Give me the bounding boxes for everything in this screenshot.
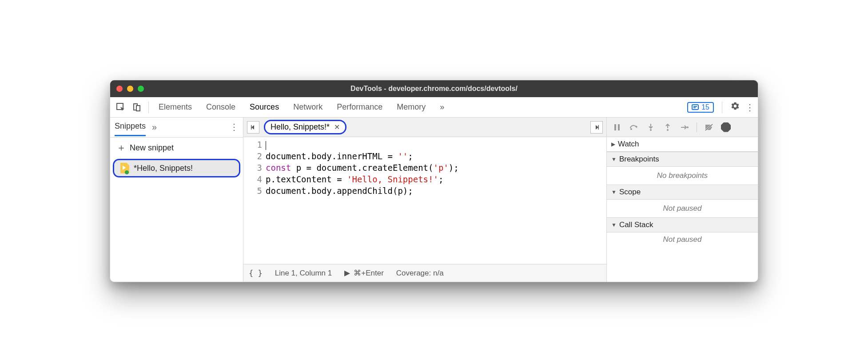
svg-rect-6 bbox=[614, 124, 616, 130]
editor-file-tab[interactable]: Hello, Snippets!* ✕ bbox=[264, 120, 346, 134]
scope-empty: Not paused bbox=[607, 200, 758, 217]
scope-section: ▼ Scope Not paused bbox=[607, 185, 758, 218]
watch-section: ▶ Watch bbox=[607, 137, 758, 152]
run-snippet-button[interactable]: ▶ ⌘+Enter bbox=[344, 268, 384, 278]
debugger-pane: ▶ Watch ▼ Breakpoints No breakpoints ▼ S… bbox=[607, 118, 758, 282]
svg-point-8 bbox=[630, 128, 632, 130]
coverage-status: Coverage: n/a bbox=[396, 269, 444, 278]
code-content: document.body.innerHTML = ''; const p = … bbox=[266, 139, 459, 264]
step-out-icon[interactable] bbox=[663, 123, 673, 131]
issues-count: 15 bbox=[701, 103, 709, 111]
expanded-triangle-icon: ▼ bbox=[611, 222, 617, 228]
editor-statusbar: { } Line 1, Column 1 ▶ ⌘+Enter Coverage:… bbox=[243, 264, 606, 282]
editor-tabbar: Hello, Snippets!* ✕ bbox=[243, 118, 606, 137]
panel-body: Snippets » ⋮ ＋ New snippet *Hello, Snipp… bbox=[110, 118, 758, 282]
scope-header[interactable]: ▼ Scope bbox=[607, 185, 758, 200]
svg-rect-7 bbox=[618, 124, 620, 130]
cursor-position: Line 1, Column 1 bbox=[275, 269, 332, 278]
devtools-window: DevTools - developer.chrome.com/docs/dev… bbox=[110, 80, 758, 282]
svg-rect-2 bbox=[136, 106, 140, 111]
breakpoints-section: ▼ Breakpoints No breakpoints bbox=[607, 152, 758, 185]
callstack-empty: Not paused bbox=[607, 232, 758, 247]
sidebar-tab-snippets[interactable]: Snippets bbox=[115, 118, 146, 136]
svg-point-10 bbox=[667, 129, 669, 131]
svg-point-11 bbox=[687, 126, 689, 128]
file-tab-label: Hello, Snippets!* bbox=[271, 122, 330, 132]
separator bbox=[148, 102, 149, 113]
tab-elements[interactable]: Elements bbox=[159, 102, 192, 112]
sources-sidebar: Snippets » ⋮ ＋ New snippet *Hello, Snipp… bbox=[110, 118, 243, 282]
deactivate-breakpoints-icon[interactable] bbox=[704, 123, 714, 131]
new-snippet-button[interactable]: ＋ New snippet bbox=[110, 138, 243, 158]
settings-icon[interactable] bbox=[730, 101, 740, 113]
navigate-forward-button[interactable] bbox=[590, 121, 603, 134]
expanded-triangle-icon: ▼ bbox=[611, 156, 617, 162]
tab-memory[interactable]: Memory bbox=[397, 102, 426, 112]
watch-header[interactable]: ▶ Watch bbox=[607, 137, 758, 152]
watch-label: Watch bbox=[618, 140, 639, 149]
toolbar-right: 15 ⋮ bbox=[687, 101, 754, 113]
callstack-section: ▼ Call Stack Not paused bbox=[607, 218, 758, 247]
svg-rect-3 bbox=[692, 105, 698, 110]
callstack-label: Call Stack bbox=[619, 220, 653, 229]
navigate-back-button[interactable] bbox=[247, 121, 259, 134]
line-gutter: 1 2 3 4 5 bbox=[243, 139, 266, 264]
callstack-header[interactable]: ▼ Call Stack bbox=[607, 218, 758, 232]
window-titlebar: DevTools - developer.chrome.com/docs/dev… bbox=[110, 80, 758, 97]
editor-pane: Hello, Snippets!* ✕ 1 2 3 4 5 document.b bbox=[243, 118, 607, 282]
snippet-list-item[interactable]: *Hello, Snippets! bbox=[113, 159, 240, 177]
play-icon: ▶ bbox=[344, 268, 350, 278]
scope-label: Scope bbox=[619, 188, 641, 197]
tab-network[interactable]: Network bbox=[293, 102, 323, 112]
debugger-toolbar bbox=[607, 118, 758, 137]
new-snippet-label: New snippet bbox=[130, 143, 174, 153]
pretty-print-button[interactable]: { } bbox=[249, 269, 263, 278]
tab-console[interactable]: Console bbox=[206, 102, 235, 112]
pause-icon[interactable] bbox=[612, 124, 622, 131]
sidebar-tabs-overflow[interactable]: » bbox=[152, 122, 157, 132]
plus-icon: ＋ bbox=[116, 141, 126, 154]
close-tab-icon[interactable]: ✕ bbox=[334, 123, 340, 131]
collapsed-triangle-icon: ▶ bbox=[611, 141, 615, 147]
svg-rect-5 bbox=[598, 125, 599, 130]
inspect-element-icon[interactable] bbox=[114, 100, 128, 114]
main-toolbar: Elements Console Sources Network Perform… bbox=[110, 97, 758, 118]
svg-point-9 bbox=[650, 129, 652, 131]
device-toolbar-icon[interactable] bbox=[130, 100, 144, 114]
expanded-triangle-icon: ▼ bbox=[611, 189, 617, 195]
window-title: DevTools - developer.chrome.com/docs/dev… bbox=[110, 85, 758, 93]
step-over-icon[interactable] bbox=[629, 124, 639, 131]
tab-sources[interactable]: Sources bbox=[250, 102, 279, 112]
step-into-icon[interactable] bbox=[646, 123, 656, 131]
snippet-name: *Hello, Snippets! bbox=[134, 164, 193, 173]
separator bbox=[722, 102, 722, 113]
breakpoints-empty: No breakpoints bbox=[607, 167, 758, 185]
unsaved-indicator-icon bbox=[125, 170, 129, 174]
step-icon[interactable] bbox=[680, 124, 689, 130]
breakpoints-header[interactable]: ▼ Breakpoints bbox=[607, 152, 758, 167]
breakpoints-label: Breakpoints bbox=[619, 155, 659, 164]
tabs-overflow[interactable]: » bbox=[440, 102, 444, 112]
sidebar-more-icon[interactable]: ⋮ bbox=[230, 122, 239, 132]
svg-rect-4 bbox=[251, 125, 252, 130]
tab-performance[interactable]: Performance bbox=[337, 102, 382, 112]
sidebar-tabs: Snippets » ⋮ bbox=[110, 118, 243, 137]
pause-on-exceptions-icon[interactable] bbox=[721, 122, 731, 132]
run-shortcut: ⌘+Enter bbox=[354, 268, 384, 278]
more-options-icon[interactable]: ⋮ bbox=[745, 102, 754, 113]
issues-badge[interactable]: 15 bbox=[687, 102, 714, 113]
panel-tabs: Elements Console Sources Network Perform… bbox=[159, 102, 444, 112]
code-editor[interactable]: 1 2 3 4 5 document.body.innerHTML = ''; … bbox=[243, 137, 606, 264]
